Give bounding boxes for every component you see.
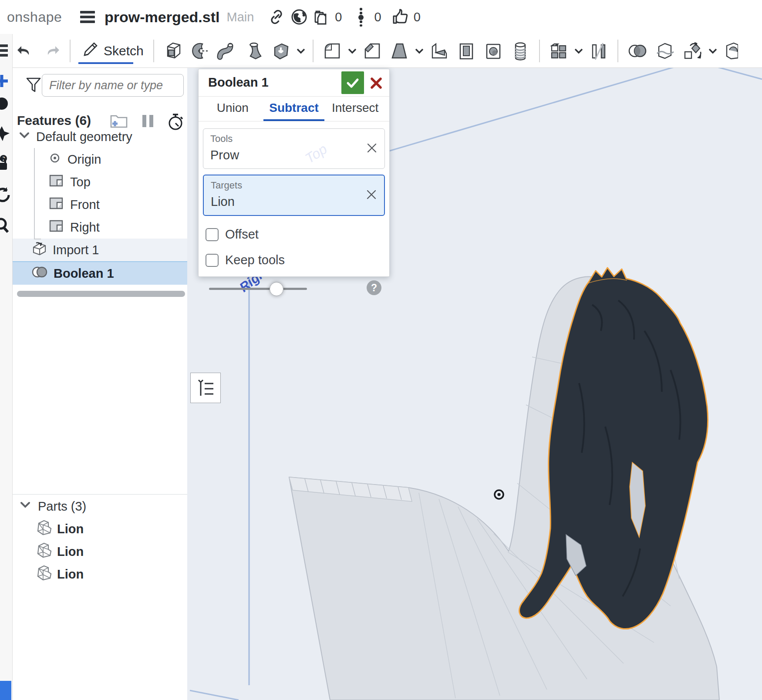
confirm-button[interactable] xyxy=(341,71,364,94)
slider-knob[interactable] xyxy=(270,282,283,296)
feature-list-toggle-button[interactable] xyxy=(190,373,221,403)
onshape-logo[interactable]: onshape xyxy=(7,9,72,25)
tree-item-label: Import 1 xyxy=(53,243,99,257)
tab-union[interactable]: Union xyxy=(202,97,263,121)
thicken-icon[interactable] xyxy=(267,38,294,64)
tree-item-label: Boolean 1 xyxy=(54,266,114,281)
filter-funnel-icon[interactable] xyxy=(26,77,41,96)
part-item-lion[interactable]: Lion xyxy=(13,563,187,586)
plane-icon xyxy=(48,174,64,191)
copy-icon[interactable] xyxy=(312,7,331,27)
mesh-part-icon xyxy=(35,519,53,539)
tree-item-label: Front xyxy=(70,198,100,212)
plane-edge-bottom xyxy=(190,690,239,700)
revolve-icon[interactable] xyxy=(186,38,213,64)
lock-help-icon[interactable]: ? xyxy=(0,154,10,172)
clipped-toolbar-icon[interactable] xyxy=(722,38,741,64)
fillet-icon[interactable] xyxy=(319,38,346,64)
chevron-down-icon[interactable] xyxy=(18,129,31,145)
part-item-lion[interactable]: Lion xyxy=(13,540,187,563)
part-item-label: Lion xyxy=(57,567,84,582)
boolean-icon[interactable] xyxy=(624,38,651,64)
tree-group-default-geometry[interactable]: Default geometry xyxy=(13,125,187,148)
targets-value: Lion xyxy=(211,195,377,209)
tab-intersect[interactable]: Intersect xyxy=(324,97,386,121)
redo-button[interactable] xyxy=(38,38,64,64)
link-icon[interactable] xyxy=(267,7,286,27)
sweep-icon[interactable] xyxy=(213,38,240,64)
tree-item-import-1[interactable]: Import 1 xyxy=(13,239,187,261)
chamfer-icon[interactable] xyxy=(359,38,386,64)
split-icon[interactable] xyxy=(651,38,678,64)
chevron-down-icon[interactable] xyxy=(706,38,719,64)
targets-field[interactable]: Targets Lion xyxy=(203,175,385,216)
origin-marker[interactable] xyxy=(495,490,503,499)
add-icon[interactable] xyxy=(0,72,10,90)
feature-panel: Features (6) Default geometry xyxy=(13,68,188,700)
draft-icon[interactable] xyxy=(386,38,413,64)
chevron-down-icon[interactable] xyxy=(346,38,359,64)
offset-checkbox-row[interactable]: Offset xyxy=(206,227,385,242)
cursor-icon[interactable] xyxy=(0,125,10,142)
keep-tools-checkbox[interactable] xyxy=(206,254,219,267)
mirror-icon[interactable] xyxy=(585,38,612,64)
undo-button[interactable] xyxy=(12,38,38,64)
tree-item-label: Origin xyxy=(67,152,101,167)
record-icon[interactable] xyxy=(0,95,10,112)
dialog-title: Boolean 1 xyxy=(208,75,269,90)
filter-input[interactable] xyxy=(42,74,184,97)
transform-icon[interactable] xyxy=(678,38,706,64)
clear-targets-icon[interactable] xyxy=(365,189,378,202)
mesh-part-icon xyxy=(35,542,53,562)
chevron-down-icon[interactable] xyxy=(19,498,32,515)
targets-label: Targets xyxy=(211,180,377,191)
tree-list-icon xyxy=(195,377,216,398)
tools-value: Prow xyxy=(210,148,378,162)
clear-tools-icon[interactable] xyxy=(365,142,378,155)
shell-icon[interactable] xyxy=(453,38,480,64)
toolbar-divider xyxy=(153,40,154,62)
sketch-button[interactable]: Sketch xyxy=(76,37,148,65)
opacity-slider-track[interactable] xyxy=(209,288,307,290)
toolbar-divider xyxy=(617,40,618,62)
chevron-down-icon[interactable] xyxy=(572,38,585,64)
tree-item-boolean-1[interactable]: Boolean 1 xyxy=(13,261,187,285)
tools-field[interactable]: Tools Prow xyxy=(203,128,385,169)
branch-name[interactable]: Main xyxy=(226,10,254,24)
extrude-icon[interactable] xyxy=(159,38,186,64)
pattern-icon[interactable] xyxy=(545,38,572,64)
part-item-lion[interactable]: Lion xyxy=(13,518,187,540)
toolbar-divider xyxy=(70,40,71,62)
tree-connector-line xyxy=(34,148,41,239)
keep-tools-checkbox-row[interactable]: Keep tools xyxy=(206,253,385,267)
parts-header-row[interactable]: Parts (3) xyxy=(13,495,187,518)
chevron-down-icon[interactable] xyxy=(294,38,307,64)
rollback-bar[interactable] xyxy=(17,291,185,297)
rib-icon[interactable] xyxy=(426,38,453,64)
offset-checkbox[interactable] xyxy=(206,228,219,241)
dialog-titlebar[interactable]: Boolean 1 xyxy=(199,69,389,97)
hole-icon[interactable] xyxy=(480,38,507,64)
chevron-down-icon[interactable] xyxy=(413,38,426,64)
boolean-operation-tabs: Union Subtract Intersect xyxy=(199,97,389,121)
help-icon[interactable]: ? xyxy=(367,280,381,295)
hamburger-icon[interactable] xyxy=(80,11,95,23)
cancel-button[interactable] xyxy=(367,74,386,93)
toolbar-divider xyxy=(539,40,540,62)
versions-icon[interactable] xyxy=(351,7,371,27)
loft-icon[interactable] xyxy=(240,38,267,64)
part-item-label: Lion xyxy=(57,545,84,559)
keep-tools-label: Keep tools xyxy=(225,253,285,267)
tab-subtract[interactable]: Subtract xyxy=(263,97,325,121)
thumbs-up-icon[interactable] xyxy=(391,7,410,27)
sketch-label: Sketch xyxy=(104,44,144,58)
search-icon[interactable] xyxy=(0,217,10,234)
plane-icon xyxy=(48,196,64,213)
part-item-label: Lion xyxy=(57,522,84,536)
menu-icon[interactable] xyxy=(0,42,10,59)
globe-icon[interactable] xyxy=(290,7,309,27)
mesh-part-icon xyxy=(35,564,53,585)
tree-item-label: Default geometry xyxy=(36,130,132,144)
thread-icon[interactable] xyxy=(507,38,534,64)
refresh-icon[interactable] xyxy=(0,185,10,203)
